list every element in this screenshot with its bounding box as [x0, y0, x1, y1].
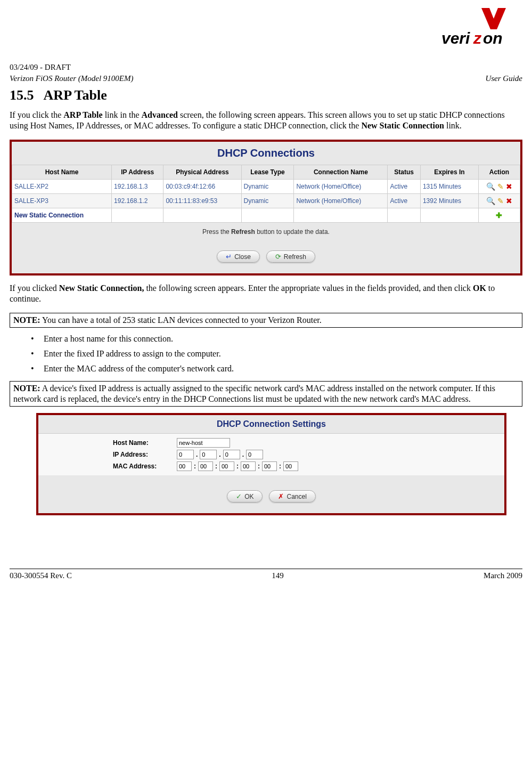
mac-octet-6-input[interactable]	[283, 461, 298, 471]
col-expires-in: Expires In	[420, 165, 478, 180]
ip-octet-1-input[interactable]	[177, 450, 194, 459]
mac-octet-5-input[interactable]	[262, 461, 277, 471]
edit-icon[interactable]: ✎	[497, 182, 504, 191]
note-box-2: NOTE: A device's fixed IP address is act…	[10, 381, 522, 407]
mac-octet-2-input[interactable]	[198, 461, 213, 471]
dhcp-connections-screenshot: DHCP Connections Host Name IP Address Ph…	[10, 140, 522, 275]
footer-doc-rev: 030-300554 Rev. C	[10, 571, 72, 580]
col-status: Status	[388, 165, 420, 180]
mac-octet-4-input[interactable]	[241, 461, 256, 471]
check-icon: ✓	[236, 492, 242, 500]
note-box-1: NOTE: You can have a total of 253 static…	[10, 313, 522, 328]
mac-octet-3-input[interactable]	[219, 461, 234, 471]
bullet-list: Enter a host name for this connection. E…	[10, 334, 522, 374]
cancel-button[interactable]: ✗ Cancel	[269, 490, 315, 503]
delete-icon[interactable]: ✖	[506, 197, 512, 205]
footer-page-number: 149	[272, 571, 284, 580]
svg-text:veri: veri	[441, 29, 470, 47]
view-icon[interactable]: 🔍	[486, 197, 495, 205]
cancel-x-icon: ✗	[278, 492, 284, 500]
mac-address-label: MAC Address:	[38, 463, 177, 470]
ip-address-label: IP Address:	[38, 451, 177, 458]
svg-text:on: on	[483, 29, 503, 47]
add-icon[interactable]: ✚	[496, 211, 502, 220]
intro-paragraph-1: If you click the ARP Table link in the A…	[10, 110, 522, 131]
refresh-message: Press the Refresh button to update the d…	[12, 223, 520, 241]
edit-icon[interactable]: ✎	[497, 197, 504, 205]
dhcp-settings-title: DHCP Connection Settings	[217, 419, 326, 428]
ip-octet-3-input[interactable]	[223, 450, 240, 459]
table-row: SALLE-XP2 192.168.1.3 00:03:c9:4f:12:66 …	[12, 180, 520, 194]
delete-icon[interactable]: ✖	[506, 182, 512, 191]
header-row: Verizon FiOS Router (Model 9100EM) User …	[10, 74, 522, 83]
intro-paragraph-2: If you clicked New Static Connection, th…	[10, 283, 522, 304]
new-static-connection-link[interactable]: New Static Connection	[12, 208, 112, 223]
dhcp-connections-table: Host Name IP Address Physical Address Le…	[12, 165, 520, 223]
draft-line: 03/24/09 - DRAFT	[10, 63, 522, 72]
mac-octet-1-input[interactable]	[177, 461, 192, 471]
refresh-button[interactable]: ⟳ Refresh	[266, 250, 315, 263]
col-connection-name: Connection Name	[294, 165, 388, 180]
list-item: Enter the MAC address of the computer's …	[31, 364, 522, 374]
ip-octet-2-input[interactable]	[200, 450, 217, 459]
dhcp-settings-screenshot: DHCP Connection Settings Host Name: IP A…	[36, 413, 506, 515]
refresh-icon: ⟳	[275, 253, 281, 261]
list-item: Enter a host name for this connection.	[31, 334, 522, 344]
svg-text:z: z	[473, 29, 482, 47]
list-item: Enter the fixed IP address to assign to …	[31, 349, 522, 359]
close-arrow-icon: ↵	[226, 253, 232, 261]
col-lease-type: Lease Type	[241, 165, 294, 180]
view-icon[interactable]: 🔍	[486, 182, 495, 191]
col-host-name: Host Name	[12, 165, 112, 180]
new-static-connection-row: New Static Connection ✚	[12, 208, 520, 223]
dhcp-connections-title: DHCP Connections	[217, 147, 315, 159]
col-physical-address: Physical Address	[163, 165, 241, 180]
verizon-logo: veri z on	[420, 5, 516, 48]
product-name: Verizon FiOS Router (Model 9100EM)	[10, 74, 133, 83]
doc-type: User Guide	[485, 74, 522, 83]
close-button[interactable]: ↵ Close	[217, 250, 260, 263]
table-row: SALLE-XP3 192.168.1.2 00:11:11:83:e9:53 …	[12, 194, 520, 208]
footer: 030-300554 Rev. C 149 March 2009	[10, 569, 522, 580]
footer-date: March 2009	[484, 571, 522, 580]
ok-button[interactable]: ✓ OK	[227, 490, 263, 503]
host-name-input[interactable]	[177, 438, 230, 448]
col-ip-address: IP Address	[112, 165, 163, 180]
col-action: Action	[478, 165, 520, 180]
section-heading: 15.5 ARP Table	[10, 87, 522, 103]
host-name-label: Host Name:	[38, 439, 177, 447]
ip-octet-4-input[interactable]	[246, 450, 263, 459]
